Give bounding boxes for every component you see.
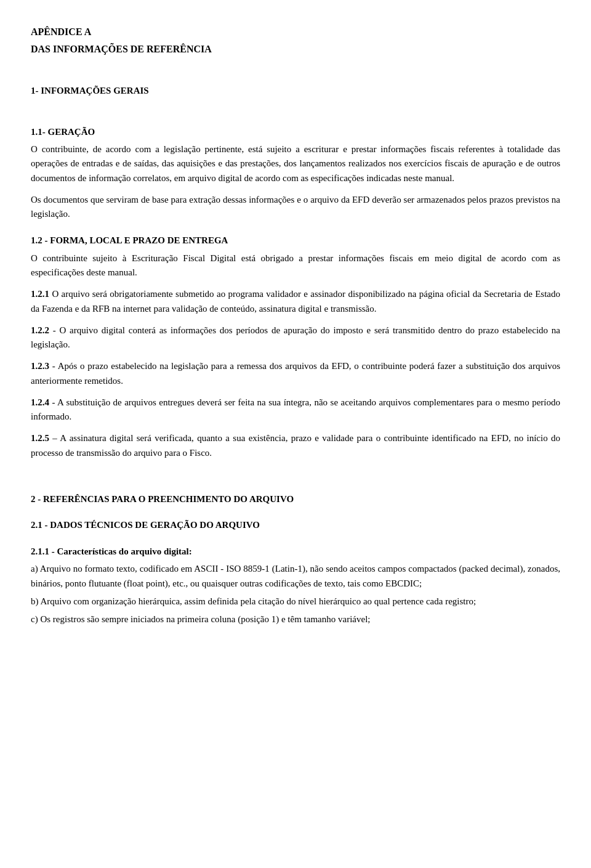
section2-heading: 2 - REFERÊNCIAS PARA O PREENCHIMENTO DO …	[31, 492, 560, 506]
subsection1-2-2-paragraph: 1.2.2 - O arquivo digital conterá as inf…	[31, 323, 560, 352]
subsection1-2-5-text: – A assinatura digital será verificada, …	[31, 433, 560, 457]
subsection2-1-1-item-a: a) Arquivo no formato texto, codificado …	[31, 562, 560, 591]
subsection1-2-paragraph: O contribuinte sujeito à Escrituração Fi…	[31, 251, 560, 280]
subsection1-1-heading: 1.1- GERAÇÃO	[31, 125, 560, 139]
subsection1-2-4-label: 1.2.4	[31, 397, 49, 407]
subsection2-1-1-item-b: b) Arquivo com organização hierárquica, …	[31, 594, 560, 609]
subsection1-2-3-label: 1.2.3	[31, 361, 49, 371]
subsection1-2-5-label: 1.2.5	[31, 433, 49, 443]
page-container: APÊNDICE A DAS INFORMAÇÕES DE REFERÊNCIA…	[31, 25, 560, 627]
subsection2-1-1-item-c: c) Os registros são sempre iniciados na …	[31, 612, 560, 627]
subsection1-2-3-paragraph: 1.2.3 - Após o prazo estabelecido na leg…	[31, 359, 560, 388]
subsection1-2-5-paragraph: 1.2.5 – A assinatura digital será verifi…	[31, 431, 560, 460]
subsection1-2-1-label: 1.2.1	[31, 289, 49, 299]
subsection1-1-paragraph2: Os documentos que serviram de base para …	[31, 193, 560, 222]
subsection1-1-paragraph1: O contribuinte, de acordo com a legislaç…	[31, 142, 560, 185]
subsection2-1-heading: 2.1 - DADOS TÉCNICOS DE GERAÇÃO DO ARQUI…	[31, 518, 560, 532]
subsection1-2-4-text: - A substituição de arquivos entregues d…	[31, 397, 560, 421]
appendix-title-line1: APÊNDICE A	[31, 25, 560, 39]
subsection1-2-2-text: - O arquivo digital conterá as informaçõ…	[31, 325, 560, 349]
subsection2-1-1-heading: 2.1.1 - Características do arquivo digit…	[31, 545, 560, 559]
section1-heading: 1- INFORMAÇÕES GERAIS	[31, 84, 560, 98]
subsection1-2-1-paragraph: 1.2.1 O arquivo será obrigatoriamente su…	[31, 287, 560, 316]
subsection1-2-2-label: 1.2.2	[31, 325, 49, 335]
appendix-title-line2: DAS INFORMAÇÕES DE REFERÊNCIA	[31, 42, 560, 57]
subsection1-2-3-text: - Após o prazo estabelecido na legislaçã…	[31, 361, 560, 385]
subsection1-2-4-paragraph: 1.2.4 - A substituição de arquivos entre…	[31, 395, 560, 424]
subsection1-2-1-text: O arquivo será obrigatoriamente submetid…	[31, 289, 560, 313]
subsection1-2-heading: 1.2 - FORMA, LOCAL E PRAZO DE ENTREGA	[31, 233, 560, 248]
